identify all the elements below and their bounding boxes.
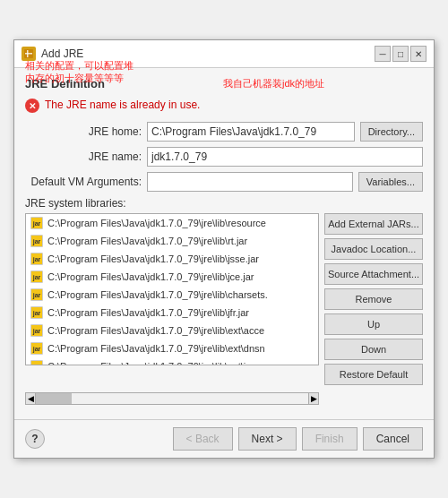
vm-args-input[interactable] [147, 172, 353, 192]
jar-icon: jar [30, 252, 44, 266]
scroll-right-btn[interactable]: ▶ [308, 392, 319, 405]
javadoc-location-button[interactable]: Javadoc Location... [324, 238, 423, 260]
scroll-left-btn[interactable]: ◀ [25, 392, 36, 405]
title-bar-left: Add JRE [22, 47, 83, 61]
footer-buttons: ? < Back Next > Finish Cancel [14, 419, 434, 458]
libraries-list[interactable]: jar C:\Program Files\Java\jdk1.7.0_79\jr… [25, 213, 319, 365]
list-item[interactable]: jar C:\Program Files\Java\jdk1.7.0_79\jr… [26, 357, 318, 365]
content-area: JRE Definition ✕ The JRE name is already… [14, 68, 434, 419]
jar-icon: jar [30, 323, 44, 338]
jar-icon: jar [30, 234, 44, 248]
close-button[interactable]: ✕ [410, 46, 426, 62]
remove-button[interactable]: Remove [324, 288, 423, 310]
restore-default-button[interactable]: Restore Default [324, 364, 423, 385]
jre-name-label: JRE name: [25, 150, 142, 163]
maximize-button[interactable]: □ [392, 46, 409, 62]
jar-icon: jar [30, 305, 44, 320]
source-attachment-button[interactable]: Source Attachment... [324, 263, 423, 285]
warning-box: ✕ The JRE name is already in use. [25, 98, 423, 113]
next-button[interactable]: Next > [238, 427, 297, 451]
directory-button[interactable]: Directory... [360, 122, 423, 142]
title-bar: Add JRE ─ □ ✕ [14, 40, 434, 68]
scroll-thumb[interactable] [36, 393, 72, 404]
section-title: JRE Definition [25, 77, 423, 90]
footer-right: < Back Next > Finish Cancel [173, 427, 423, 451]
warning-icon: ✕ [25, 99, 39, 113]
vm-args-label: Default VM Arguments: [25, 176, 142, 188]
jar-icon: jar [30, 270, 44, 284]
window-controls: ─ □ ✕ [375, 46, 426, 62]
jre-home-input[interactable] [147, 122, 355, 142]
list-item[interactable]: jar C:\Program Files\Java\jdk1.7.0_79\jr… [26, 286, 318, 304]
down-button[interactable]: Down [324, 339, 423, 360]
jre-name-row: JRE name: [25, 147, 423, 167]
up-button[interactable]: Up [324, 313, 423, 335]
scroll-track[interactable] [36, 392, 308, 405]
variables-button[interactable]: Variables... [358, 172, 423, 192]
list-item[interactable]: jar C:\Program Files\Java\jdk1.7.0_79\jr… [26, 268, 318, 286]
footer-left: ? [25, 429, 45, 449]
svg-rect-1 [25, 53, 32, 55]
libraries-label: JRE system libraries: [25, 197, 423, 210]
add-jre-window: Add JRE ─ □ ✕ JRE Definition ✕ The JRE n… [13, 39, 435, 459]
list-item[interactable]: jar C:\Program Files\Java\jdk1.7.0_79\jr… [26, 214, 318, 232]
jar-icon: jar [30, 288, 44, 302]
jre-home-row: JRE home: Directory... [25, 122, 423, 142]
jre-name-input[interactable] [147, 147, 423, 167]
window-title: Add JRE [41, 47, 83, 60]
libraries-section: jar C:\Program Files\Java\jdk1.7.0_79\jr… [25, 213, 423, 385]
minimize-button[interactable]: ─ [375, 46, 391, 62]
jar-icon: jar [30, 359, 44, 365]
jre-home-label: JRE home: [25, 125, 142, 138]
libraries-action-buttons: Add External JARs... Javadoc Location...… [324, 213, 423, 385]
jar-icon: jar [30, 216, 44, 230]
window-icon [22, 47, 36, 61]
list-item[interactable]: jar C:\Program Files\Java\jdk1.7.0_79\jr… [26, 250, 318, 268]
svg-rect-2 [27, 50, 29, 57]
jar-icon: jar [30, 341, 44, 356]
list-item[interactable]: jar C:\Program Files\Java\jdk1.7.0_79\jr… [26, 339, 318, 357]
list-item[interactable]: jar C:\Program Files\Java\jdk1.7.0_79\jr… [26, 232, 318, 250]
finish-button[interactable]: Finish [302, 427, 358, 451]
warning-text: The JRE name is already in use. [45, 98, 200, 113]
cancel-button[interactable]: Cancel [363, 427, 423, 451]
list-item[interactable]: jar C:\Program Files\Java\jdk1.7.0_79\jr… [26, 322, 318, 339]
add-external-jars-button[interactable]: Add External JARs... [324, 213, 423, 235]
list-item[interactable]: jar C:\Program Files\Java\jdk1.7.0_79\jr… [26, 304, 318, 322]
back-button[interactable]: < Back [173, 427, 233, 451]
vm-args-row: Default VM Arguments: Variables... [25, 172, 423, 192]
h-scrollbar[interactable]: ◀ ▶ [25, 392, 319, 405]
help-button[interactable]: ? [25, 429, 45, 449]
